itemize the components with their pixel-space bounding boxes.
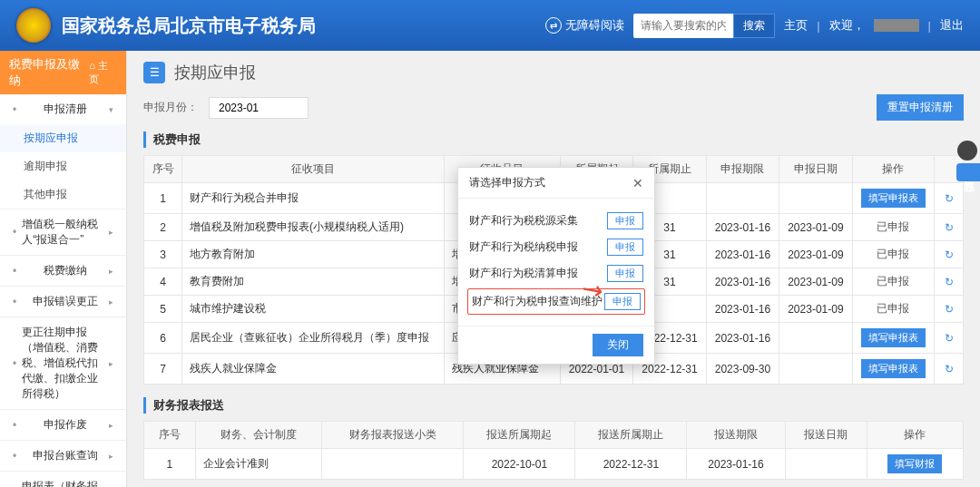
modal-declare-button[interactable]: 申报 [607,265,643,282]
modal-option: 财产和行为税申报查询维护申报 [467,288,645,315]
close-icon[interactable]: ✕ [632,176,643,190]
modal-close-button[interactable]: 关闭 [593,334,643,356]
logout-link[interactable]: 退出 [940,17,964,34]
modal-declare-button[interactable]: 申报 [604,293,641,310]
search-input[interactable] [633,15,733,35]
home-link[interactable]: 主页 [784,17,808,34]
modal-declare-button[interactable]: 申报 [607,212,643,229]
search-box: 搜索 [633,14,775,38]
logo-icon [16,8,51,43]
float-help-button[interactable]: 在线导办 [956,163,980,181]
user-name-redacted [874,19,919,32]
modal-option: 财产和行为税清算申报申报 [469,260,643,287]
modal-option: 财产和行为税纳税申报申报 [469,234,643,260]
select-method-modal: 请选择申报方式 ✕ 财产和行为税税源采集申报财产和行为税纳税申报申报财产和行为税… [457,167,655,365]
search-button[interactable]: 搜索 [733,14,775,38]
modal-title: 请选择申报方式 [469,175,545,190]
app-title: 国家税务总局北京市电子税务局 [62,14,316,38]
modal-declare-button[interactable]: 申报 [607,239,643,256]
modal-overlay: 请选择申报方式 ✕ 财产和行为税税源采集申报财产和行为税纳税申报申报财产和行为税… [0,51,980,487]
accessibility-icon: ⇄ [545,17,562,34]
float-avatar-icon [957,141,977,161]
modal-option: 财产和行为税税源采集申报 [469,208,643,234]
welcome-text: 欢迎， [829,17,865,34]
accessibility-link[interactable]: ⇄ 无障碍阅读 [545,17,624,34]
app-header: 国家税务总局北京市电子税务局 ⇄ 无障碍阅读 搜索 主页 | 欢迎， | 退出 [0,0,980,51]
